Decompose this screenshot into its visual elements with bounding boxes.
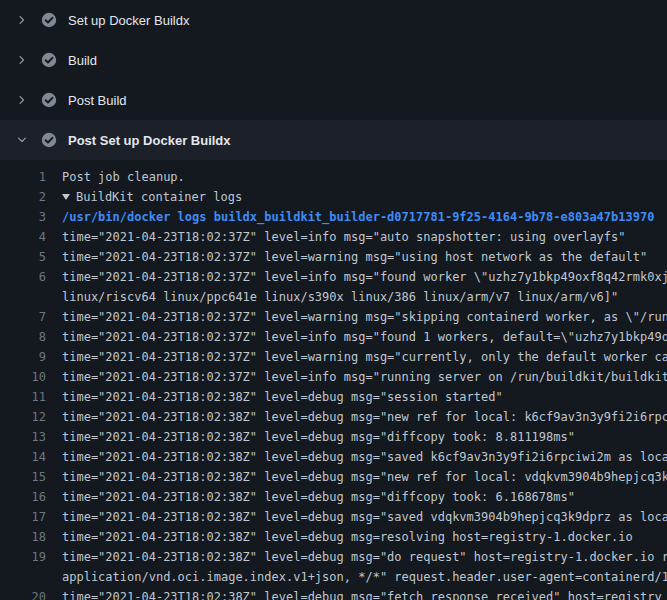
log-output: 1Post job cleanup.2BuildKit container lo… [0,160,667,600]
log-line: 13time="2021-04-23T18:02:38Z" level=debu… [0,427,667,447]
log-line: 2BuildKit container logs [0,187,667,207]
log-line: 14time="2021-04-23T18:02:38Z" level=debu… [0,447,667,467]
log-line: 5time="2021-04-23T18:02:37Z" level=warni… [0,247,667,267]
log-text: time="2021-04-23T18:02:38Z" level=debug … [62,427,667,447]
log-line-number[interactable]: 8 [0,327,62,347]
log-line: 16time="2021-04-23T18:02:38Z" level=debu… [0,487,667,507]
log-line-continuation: application/vnd.oci.image.index.v1+json,… [0,567,667,587]
step-label: Set up Docker Buildx [68,13,189,28]
log-line-number[interactable]: 9 [0,347,62,367]
log-text: time="2021-04-23T18:02:37Z" level=info m… [62,367,667,387]
log-line-number [0,567,62,587]
log-group-title: BuildKit container logs [76,190,242,204]
log-text: time="2021-04-23T18:02:38Z" level=debug … [62,467,667,487]
log-line: 9time="2021-04-23T18:02:37Z" level=warni… [0,347,667,367]
log-line-number[interactable]: 6 [0,267,62,287]
log-line: 12time="2021-04-23T18:02:38Z" level=debu… [0,407,667,427]
log-line: 15time="2021-04-23T18:02:38Z" level=debu… [0,467,667,487]
chevron-down-icon [14,132,30,148]
step-header-post-build[interactable]: Post Build [0,80,667,120]
log-line: 20time="2021-04-23T18:02:38Z" level=debu… [0,587,667,600]
log-text: time="2021-04-23T18:02:37Z" level=info m… [62,267,667,287]
log-text: time="2021-04-23T18:02:37Z" level=info m… [62,227,667,247]
log-line-number[interactable]: 10 [0,367,62,387]
step-sections: Set up Docker BuildxBuildPost BuildPost … [0,0,667,600]
chevron-right-icon [14,52,30,68]
log-line: 6time="2021-04-23T18:02:37Z" level=info … [0,267,667,287]
log-line-number[interactable]: 11 [0,387,62,407]
log-group-toggle[interactable]: BuildKit container logs [62,187,667,207]
triangle-down-icon [62,194,70,200]
log-line-number [0,287,62,307]
step-header-set-up-docker-buildx[interactable]: Set up Docker Buildx [0,0,667,40]
log-line-number[interactable]: 1 [0,167,62,187]
step-header-post-set-up-docker-buildx[interactable]: Post Set up Docker Buildx [0,120,667,160]
log-line-number[interactable]: 17 [0,507,62,527]
success-check-icon [41,52,57,68]
log-line-number[interactable]: 13 [0,427,62,447]
log-line-number[interactable]: 3 [0,207,62,227]
log-line-number[interactable]: 5 [0,247,62,267]
workflow-log-viewer: Set up Docker BuildxBuildPost BuildPost … [0,0,667,600]
log-command-text: /usr/bin/docker logs buildx_buildkit_bui… [62,207,667,227]
log-line: 8time="2021-04-23T18:02:37Z" level=info … [0,327,667,347]
success-check-icon [41,132,57,148]
log-text: time="2021-04-23T18:02:38Z" level=debug … [62,547,667,567]
log-line-number[interactable]: 2 [0,187,62,207]
log-line: 4time="2021-04-23T18:02:37Z" level=info … [0,227,667,247]
log-line: 19time="2021-04-23T18:02:38Z" level=debu… [0,547,667,567]
log-line-continuation: linux/riscv64 linux/ppc641e linux/s390x … [0,287,667,307]
log-line-number[interactable]: 14 [0,447,62,467]
log-line-number[interactable]: 4 [0,227,62,247]
log-text: time="2021-04-23T18:02:38Z" level=debug … [62,587,667,600]
log-line: 10time="2021-04-23T18:02:37Z" level=info… [0,367,667,387]
log-text: time="2021-04-23T18:02:38Z" level=debug … [62,407,667,427]
log-text: Post job cleanup. [62,167,667,187]
log-text: time="2021-04-23T18:02:37Z" level=warnin… [62,307,667,327]
log-text: time="2021-04-23T18:02:37Z" level=warnin… [62,347,667,367]
log-line: 18time="2021-04-23T18:02:38Z" level=debu… [0,527,667,547]
chevron-right-icon [14,12,30,28]
step-header-build[interactable]: Build [0,40,667,80]
log-text: time="2021-04-23T18:02:37Z" level=warnin… [62,247,667,267]
log-text: time="2021-04-23T18:02:38Z" level=debug … [62,487,667,507]
log-text: time="2021-04-23T18:02:37Z" level=info m… [62,327,667,347]
log-line-number[interactable]: 19 [0,547,62,567]
log-line-number[interactable]: 18 [0,527,62,547]
log-text: time="2021-04-23T18:02:38Z" level=debug … [62,507,667,527]
step-label: Build [68,53,97,68]
step-label: Post Build [68,93,127,108]
log-line-number[interactable]: 12 [0,407,62,427]
log-line: 1Post job cleanup. [0,167,667,187]
log-text-wrapped: linux/riscv64 linux/ppc641e linux/s390x … [62,287,667,307]
log-line-number[interactable]: 7 [0,307,62,327]
chevron-right-icon [14,92,30,108]
log-line-number[interactable]: 20 [0,587,62,600]
log-text: time="2021-04-23T18:02:38Z" level=debug … [62,387,667,407]
success-check-icon [41,12,57,28]
log-text-wrapped: application/vnd.oci.image.index.v1+json,… [62,567,667,587]
log-line-number[interactable]: 16 [0,487,62,507]
log-line: 3/usr/bin/docker logs buildx_buildkit_bu… [0,207,667,227]
log-line: 11time="2021-04-23T18:02:38Z" level=debu… [0,387,667,407]
log-text: time="2021-04-23T18:02:38Z" level=debug … [62,527,667,547]
log-line: 17time="2021-04-23T18:02:38Z" level=debu… [0,507,667,527]
log-line-number[interactable]: 15 [0,467,62,487]
success-check-icon [41,92,57,108]
step-label: Post Set up Docker Buildx [68,133,231,148]
log-line: 7time="2021-04-23T18:02:37Z" level=warni… [0,307,667,327]
log-text: time="2021-04-23T18:02:38Z" level=debug … [62,447,667,467]
